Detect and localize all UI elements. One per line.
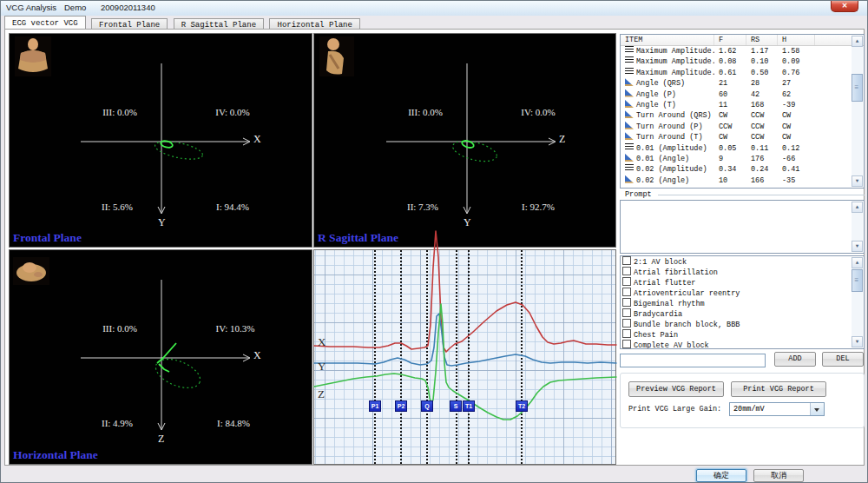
marker-badge-t2[interactable]: T2 xyxy=(516,400,528,412)
col-header-item[interactable]: ITEM xyxy=(621,35,714,45)
col-header-rs[interactable]: RS xyxy=(746,35,778,45)
diagnosis-item[interactable]: Complete AV block xyxy=(621,340,852,349)
item-label: Maximum Amplitude... xyxy=(636,47,714,56)
marker-badge-p1[interactable]: P1 xyxy=(369,400,381,412)
checkbox[interactable] xyxy=(622,319,631,328)
close-icon[interactable]: ✕ xyxy=(831,1,858,12)
item-label: 0.01 (Angle) xyxy=(636,155,689,163)
table-row[interactable]: Angle (QRS) 21 28 27 xyxy=(621,78,864,89)
value-rs: 0.50 xyxy=(746,68,778,78)
ok-button[interactable]: 确定 xyxy=(696,469,746,482)
diagnosis-label: Chest Pain xyxy=(634,331,678,340)
diagnosis-item[interactable]: Bigeminal rhythm xyxy=(621,298,852,308)
scroll-down-icon[interactable] xyxy=(852,241,863,252)
torso-front-image xyxy=(15,36,51,76)
print-vcg-report-button[interactable]: Print VCG Report xyxy=(731,381,826,397)
value-rs: 0.11 xyxy=(746,143,778,154)
diagnosis-scrollbar[interactable] xyxy=(852,257,863,347)
value-f: 60 xyxy=(714,89,746,100)
print-gain-select[interactable]: 20mm/mV xyxy=(729,402,825,416)
diagnosis-label: 2:1 AV block xyxy=(634,258,687,267)
results-table[interactable]: ITEM F RS H Maximum Amplitude... 1.62 1.… xyxy=(620,34,865,189)
value-h: 62 xyxy=(778,89,815,100)
col-header-h[interactable]: H xyxy=(778,35,815,45)
value-f: 0.61 xyxy=(714,68,746,78)
checkbox[interactable] xyxy=(622,288,631,296)
value-h: CW xyxy=(778,122,815,132)
menu-vcg-analysis[interactable]: VCG Analysis xyxy=(6,3,56,12)
diagnosis-items: 2:1 AV block Atrial fibrillation Atrial … xyxy=(621,256,852,349)
table-row[interactable]: 0.01 (Angle) 9 176 -66 xyxy=(621,154,864,164)
diagnosis-item[interactable]: Atrioventricular reentry xyxy=(621,288,852,298)
marker-badge-s[interactable]: S xyxy=(450,400,462,412)
quadrant-iv-label: IV: 0.0% xyxy=(521,107,556,117)
quadrant-iv-label: IV: 10.3% xyxy=(215,323,254,334)
table-row[interactable]: Turn Around (QRS) CW CCW CW xyxy=(621,110,864,121)
checkbox[interactable] xyxy=(622,340,631,348)
checkbox[interactable] xyxy=(622,308,631,317)
table-row[interactable]: Turn Around (P) CCW CCW CW xyxy=(621,122,864,132)
row-type-icon xyxy=(625,122,634,129)
preview-vcg-report-button[interactable]: Preview VCG Report xyxy=(628,381,724,397)
table-row[interactable]: Maximum Amplitude... 1.62 1.17 1.58 xyxy=(621,46,864,56)
col-header-f[interactable]: F xyxy=(714,35,746,45)
del-button[interactable]: DEL xyxy=(822,352,864,367)
new-diagnosis-input[interactable] xyxy=(620,354,766,367)
value-f: 10 xyxy=(714,175,746,186)
diagnosis-item[interactable]: Bradycardia xyxy=(621,308,852,319)
table-scrollbar[interactable] xyxy=(852,36,863,187)
checkbox[interactable] xyxy=(622,256,631,265)
diagnosis-item[interactable]: 2:1 AV block xyxy=(621,256,852,267)
scroll-up-icon[interactable] xyxy=(852,202,863,213)
prompt-textarea[interactable] xyxy=(620,200,865,254)
scroll-up-icon[interactable] xyxy=(852,36,863,47)
tab-ecg-vector-vcg[interactable]: ECG vector VCG xyxy=(4,16,86,29)
diagnosis-list[interactable]: 2:1 AV block Atrial fibrillation Atrial … xyxy=(620,255,865,349)
row-type-icon xyxy=(625,154,634,162)
table-row[interactable]: 0.02 (Angle) 10 166 -35 xyxy=(621,175,864,186)
table-row[interactable]: Angle (T) 11 168 -39 xyxy=(621,100,864,110)
quadrant-iv-label: IV: 0.0% xyxy=(215,107,250,117)
table-row[interactable]: 0.01 (Amplitude) 0.05 0.11 0.12 xyxy=(621,143,864,154)
z-axis-label: Z xyxy=(158,433,164,446)
diagnosis-item[interactable]: Bundle branch block, BBB xyxy=(621,319,852,329)
y-axis-label: Y xyxy=(158,216,166,229)
checkbox[interactable] xyxy=(622,267,631,275)
scroll-up-icon[interactable] xyxy=(852,257,863,268)
diagnosis-item[interactable]: Atrial fibrillation xyxy=(621,267,852,277)
diagnosis-item[interactable]: Atrial flutter xyxy=(621,277,852,288)
table-row[interactable]: Angle (P) 60 42 62 xyxy=(621,89,864,100)
checkbox[interactable] xyxy=(622,277,631,286)
checkbox[interactable] xyxy=(622,298,631,307)
value-rs: 28 xyxy=(746,78,778,89)
diagnosis-item[interactable]: Chest Pain xyxy=(621,329,852,340)
marker-badge-p2[interactable]: P2 xyxy=(395,400,407,412)
scrollbar-thumb[interactable] xyxy=(852,269,863,292)
value-rs: CCW xyxy=(746,132,778,142)
cancel-button[interactable]: 取消 xyxy=(753,469,804,482)
menu-demo[interactable]: Demo xyxy=(64,3,86,12)
chevron-down-icon[interactable] xyxy=(810,403,824,415)
quadrant-i-label: I: 94.4% xyxy=(216,202,249,212)
scroll-down-icon[interactable] xyxy=(852,175,863,187)
table-header-row: ITEM F RS H xyxy=(621,35,864,46)
add-button[interactable]: ADD xyxy=(774,352,816,367)
marker-badge-t1[interactable]: T1 xyxy=(463,400,475,412)
scrollbar-thumb[interactable] xyxy=(852,74,863,102)
prompt-scrollbar[interactable] xyxy=(852,202,863,252)
marker-badge-q[interactable]: Q xyxy=(421,400,433,412)
record-id-label: 200902011340 xyxy=(101,3,155,12)
table-row[interactable]: Turn Around (T) CW CCW CW xyxy=(621,132,864,142)
value-h: 0.76 xyxy=(778,68,815,78)
table-row[interactable]: Maximum Amplitude... 0.61 0.50 0.76 xyxy=(621,68,864,78)
scroll-down-icon[interactable] xyxy=(852,336,863,347)
checkbox[interactable] xyxy=(622,329,631,338)
value-rs: 176 xyxy=(746,154,778,164)
value-h: CW xyxy=(778,132,815,142)
item-label: 0.02 (Angle) xyxy=(636,176,689,185)
title-bar: VCG Analysis Demo 200902011340 ✕ xyxy=(1,1,867,16)
value-f: 0.05 xyxy=(714,143,746,154)
table-row[interactable]: 0.02 (Amplitude) 0.34 0.24 0.41 xyxy=(621,164,864,175)
table-row[interactable]: Maximum Amplitude... 0.08 0.10 0.09 xyxy=(621,56,864,67)
diagnosis-label: Atrial flutter xyxy=(634,279,695,288)
